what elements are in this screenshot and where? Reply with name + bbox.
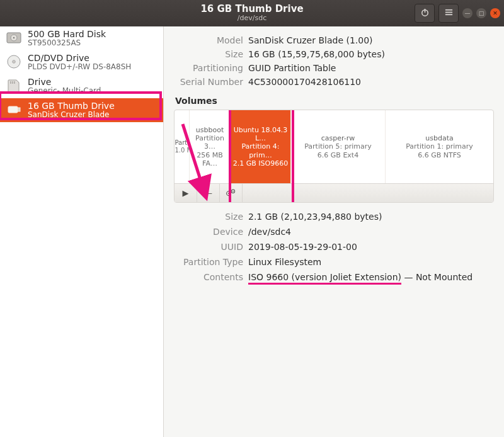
partition-size: 6.6 GB Ext4 [318, 151, 358, 159]
optical-icon [5, 53, 23, 71]
volume-ptype-label: Partition Type [174, 257, 243, 267]
partition-name: Ubuntu 18.04.3 L… [232, 126, 289, 142]
partition-4-ubuntu[interactable]: Ubuntu 18.04.3 L… Partition 4: prim… 2.1… [231, 110, 291, 183]
drive-size-label: Size [174, 49, 243, 59]
drive-info-grid: Model SanDisk Cruzer Blade (1.00) Size 1… [174, 35, 494, 87]
drive-serial-value: 4C530000170428106110 [248, 77, 494, 87]
partition-size: 1.0 MB U… [175, 147, 189, 154]
drive-model-label: Model [174, 35, 243, 45]
sidebar-item-sub: Generic- Multi-Card [28, 87, 101, 96]
window-controls: — □ ✕ [462, 8, 500, 18]
sidebar-item-sub: PLDS DVD+/-RW DS-8A8SH [28, 63, 131, 72]
volume-device-value: /dev/sdc4 [248, 227, 494, 237]
maximize-icon: □ [479, 10, 484, 16]
delete-partition-button[interactable]: — [197, 184, 220, 202]
svg-point-7 [13, 37, 14, 38]
partition-name: Partition 2 [175, 139, 189, 147]
drive-sidebar: 500 GB Hard Disk ST9500325AS CD/DVD Driv… [0, 26, 164, 437]
sdcard-icon [5, 77, 23, 94]
window-maximize[interactable]: □ [476, 8, 486, 18]
window-subtitle: /dev/sdc [238, 14, 266, 22]
power-icon [420, 8, 430, 20]
volume-map-box: Partition 2 1.0 MB U… usbboot Partition … [174, 110, 494, 203]
sidebar-item-hard-disk[interactable]: 500 GB Hard Disk ST9500325AS [0, 26, 163, 50]
partition-size: 6.6 GB NTFS [418, 151, 461, 159]
volume-contents-value: ISO 9660 (version Joliet Extension) — No… [248, 272, 494, 282]
partition-size: 256 MB FA… [191, 151, 229, 167]
svg-rect-11 [12, 81, 13, 84]
svg-rect-10 [10, 81, 11, 84]
partition-type: Partition 4: prim… [232, 142, 289, 159]
window-title: 16 GB Thumb Drive [200, 4, 303, 14]
volume-detail-grid: Size 2.1 GB (2,10,23,94,880 bytes) Devic… [174, 212, 494, 282]
drive-size-value: 16 GB (15,59,75,68,000 bytes) [248, 49, 494, 59]
sidebar-item-title: 16 GB Thumb Drive [28, 101, 115, 111]
sidebar-item-title: CD/DVD Drive [28, 53, 131, 63]
power-button[interactable] [415, 4, 435, 23]
svg-rect-14 [18, 108, 20, 111]
svg-point-9 [13, 60, 16, 64]
gears-icon [226, 188, 236, 199]
window-minimize[interactable]: — [462, 8, 472, 18]
svg-point-16 [228, 193, 229, 194]
drive-partitioning-value: GUID Partition Table [248, 63, 494, 73]
volume-device-label: Device [174, 227, 243, 237]
partition-name: casper-rw [321, 134, 355, 142]
sidebar-item-multicard[interactable]: Drive Generic- Multi-Card [0, 74, 163, 98]
sidebar-item-title: 500 GB Hard Disk [28, 29, 106, 39]
partition-1-usbdata[interactable]: usbdata Partition 1: primary 6.6 GB NTFS [386, 110, 493, 183]
window-close[interactable]: ✕ [490, 8, 500, 18]
minus-icon: — [204, 188, 212, 198]
partition-name: usbboot [196, 126, 224, 134]
volume-uuid-label: UUID [174, 242, 243, 252]
sidebar-item-optical[interactable]: CD/DVD Drive PLDS DVD+/-RW DS-8A8SH [0, 50, 163, 74]
svg-point-18 [232, 190, 234, 191]
drive-detail-pane: Model SanDisk Cruzer Blade (1.00) Size 1… [164, 26, 504, 437]
volume-map: Partition 2 1.0 MB U… usbboot Partition … [175, 110, 493, 183]
hamburger-icon [444, 8, 454, 20]
partition-3-usbboot[interactable]: usbboot Partition 3… 256 MB FA… [190, 110, 231, 183]
partition-2[interactable]: Partition 2 1.0 MB U… [175, 110, 190, 183]
volume-options-button[interactable] [220, 184, 243, 202]
play-icon: ▶ [183, 188, 189, 198]
drive-partitioning-label: Partitioning [174, 63, 243, 73]
volume-contents-label: Contents [174, 272, 243, 282]
partition-type: Partition 1: primary [406, 142, 473, 150]
sidebar-item-sub: SanDisk Cruzer Blade [28, 111, 115, 120]
window-titlebar: 16 GB Thumb Drive /dev/sdc — □ ✕ [0, 0, 504, 26]
svg-rect-13 [8, 106, 18, 113]
drive-serial-label: Serial Number [174, 77, 243, 87]
volume-contents-tail: — Not Mounted [401, 272, 472, 282]
volume-toolbar: ▶ — [175, 183, 493, 202]
minimize-icon: — [465, 10, 471, 16]
drive-model-value: SanDisk Cruzer Blade (1.00) [248, 35, 494, 45]
partition-size: 2.1 GB ISO9660 [233, 159, 288, 167]
sidebar-item-thumb-drive[interactable]: 16 GB Thumb Drive SanDisk Cruzer Blade [0, 98, 163, 122]
thumb-icon [5, 101, 23, 118]
partition-5-casper-rw[interactable]: casper-rw Partition 5: primary 6.6 GB Ex… [291, 110, 386, 183]
volume-size-label: Size [174, 212, 243, 222]
volume-size-value: 2.1 GB (2,10,23,94,880 bytes) [248, 212, 494, 222]
close-icon: ✕ [493, 10, 498, 16]
volume-ptype-value: Linux Filesystem [248, 257, 494, 267]
sidebar-item-sub: ST9500325AS [28, 39, 106, 48]
mount-button[interactable]: ▶ [175, 184, 197, 202]
partition-type: Partition 3… [191, 134, 229, 150]
sidebar-item-title: Drive [28, 77, 101, 87]
svg-rect-12 [14, 81, 15, 84]
partition-name: usbdata [425, 134, 453, 142]
partition-type: Partition 5: primary [304, 142, 372, 150]
volume-uuid-value: 2019-08-05-19-29-01-00 [248, 242, 494, 252]
volumes-title: Volumes [175, 96, 493, 106]
annotation-underline-contents: ISO 9660 (version Joliet Extension) [248, 272, 401, 285]
hdd-icon [5, 29, 23, 47]
hamburger-button[interactable] [438, 4, 459, 23]
